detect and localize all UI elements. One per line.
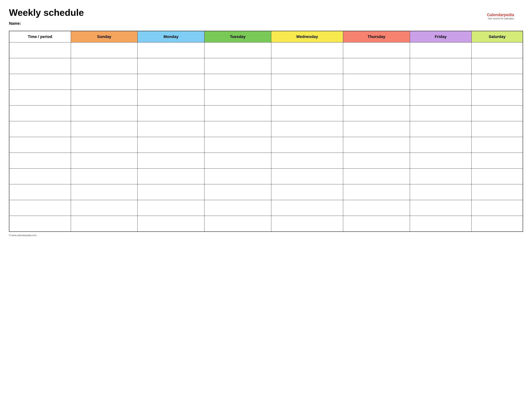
header-saturday: Saturday: [471, 31, 523, 42]
table-cell[interactable]: [138, 216, 204, 232]
table-cell[interactable]: [471, 200, 523, 216]
table-cell[interactable]: [138, 153, 204, 169]
table-cell[interactable]: [471, 121, 523, 137]
table-cell[interactable]: [204, 58, 271, 74]
table-cell[interactable]: [138, 58, 204, 74]
name-label: Name:: [9, 21, 523, 26]
table-cell[interactable]: [9, 200, 71, 216]
table-cell[interactable]: [71, 153, 138, 169]
table-cell[interactable]: [204, 200, 271, 216]
table-cell[interactable]: [271, 121, 343, 137]
table-cell[interactable]: [9, 90, 71, 106]
table-cell[interactable]: [138, 106, 204, 121]
table-cell[interactable]: [138, 42, 204, 58]
table-cell[interactable]: [204, 169, 271, 184]
table-cell[interactable]: [471, 216, 523, 232]
table-cell[interactable]: [271, 200, 343, 216]
table-cell[interactable]: [471, 184, 523, 200]
header-wednesday: Wednesday: [271, 31, 343, 42]
table-cell[interactable]: [410, 169, 471, 184]
table-cell[interactable]: [271, 58, 343, 74]
table-cell[interactable]: [71, 90, 138, 106]
table-cell[interactable]: [410, 74, 471, 90]
table-cell[interactable]: [410, 58, 471, 74]
table-cell[interactable]: [71, 169, 138, 184]
table-cell[interactable]: [204, 216, 271, 232]
table-cell[interactable]: [138, 90, 204, 106]
table-cell[interactable]: [343, 169, 410, 184]
table-cell[interactable]: [138, 74, 204, 90]
table-cell[interactable]: [471, 169, 523, 184]
table-cell[interactable]: [410, 153, 471, 169]
table-cell[interactable]: [471, 58, 523, 74]
table-cell[interactable]: [343, 137, 410, 153]
table-cell[interactable]: [204, 121, 271, 137]
table-cell[interactable]: [9, 137, 71, 153]
table-cell[interactable]: [343, 58, 410, 74]
table-cell[interactable]: [138, 169, 204, 184]
table-cell[interactable]: [271, 106, 343, 121]
table-cell[interactable]: [271, 90, 343, 106]
table-cell[interactable]: [204, 74, 271, 90]
table-cell[interactable]: [471, 153, 523, 169]
table-cell[interactable]: [138, 184, 204, 200]
table-cell[interactable]: [271, 74, 343, 90]
table-cell[interactable]: [343, 106, 410, 121]
table-cell[interactable]: [471, 74, 523, 90]
table-cell[interactable]: [9, 153, 71, 169]
table-cell[interactable]: [9, 74, 71, 90]
table-cell[interactable]: [471, 42, 523, 58]
table-cell[interactable]: [204, 153, 271, 169]
table-cell[interactable]: [71, 200, 138, 216]
table-cell[interactable]: [471, 90, 523, 106]
table-cell[interactable]: [138, 137, 204, 153]
table-cell[interactable]: [9, 42, 71, 58]
table-cell[interactable]: [138, 121, 204, 137]
table-cell[interactable]: [71, 106, 138, 121]
table-cell[interactable]: [410, 184, 471, 200]
table-cell[interactable]: [204, 90, 271, 106]
table-cell[interactable]: [410, 216, 471, 232]
table-cell[interactable]: [71, 42, 138, 58]
table-cell[interactable]: [343, 153, 410, 169]
table-cell[interactable]: [343, 74, 410, 90]
table-cell[interactable]: [410, 200, 471, 216]
table-cell[interactable]: [71, 216, 138, 232]
table-cell[interactable]: [410, 137, 471, 153]
table-cell[interactable]: [138, 200, 204, 216]
table-cell[interactable]: [204, 137, 271, 153]
table-cell[interactable]: [204, 42, 271, 58]
table-row: [9, 121, 523, 137]
table-cell[interactable]: [343, 90, 410, 106]
table-cell[interactable]: [410, 121, 471, 137]
table-cell[interactable]: [71, 137, 138, 153]
table-cell[interactable]: [343, 184, 410, 200]
table-cell[interactable]: [71, 184, 138, 200]
table-cell[interactable]: [71, 121, 138, 137]
table-cell[interactable]: [343, 216, 410, 232]
table-cell[interactable]: [9, 169, 71, 184]
table-cell[interactable]: [410, 106, 471, 121]
table-cell[interactable]: [271, 153, 343, 169]
table-cell[interactable]: [410, 90, 471, 106]
table-cell[interactable]: [471, 106, 523, 121]
table-cell[interactable]: [204, 184, 271, 200]
table-cell[interactable]: [271, 42, 343, 58]
table-cell[interactable]: [343, 42, 410, 58]
table-cell[interactable]: [271, 169, 343, 184]
table-cell[interactable]: [9, 106, 71, 121]
table-cell[interactable]: [343, 121, 410, 137]
table-cell[interactable]: [271, 137, 343, 153]
table-cell[interactable]: [410, 42, 471, 58]
table-cell[interactable]: [271, 216, 343, 232]
table-cell[interactable]: [9, 58, 71, 74]
table-cell[interactable]: [71, 74, 138, 90]
table-cell[interactable]: [343, 200, 410, 216]
table-cell[interactable]: [71, 58, 138, 74]
table-cell[interactable]: [9, 184, 71, 200]
table-cell[interactable]: [9, 121, 71, 137]
table-cell[interactable]: [471, 137, 523, 153]
table-cell[interactable]: [271, 184, 343, 200]
table-cell[interactable]: [9, 216, 71, 232]
table-cell[interactable]: [204, 106, 271, 121]
